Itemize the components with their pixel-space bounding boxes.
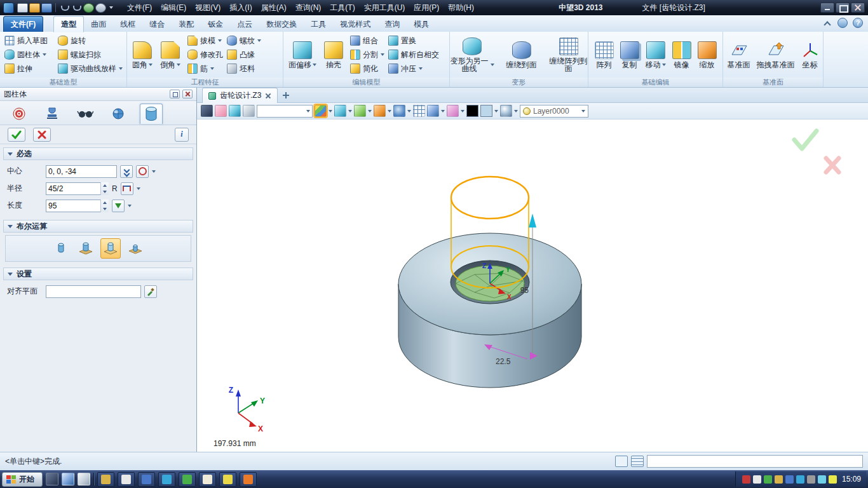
panel-close-icon[interactable] [182,90,193,98]
grid-toggle-icon[interactable] [413,105,425,117]
align-plane-input[interactable] [46,285,141,298]
redo-icon[interactable] [71,3,82,13]
taskbar-app-icon[interactable] [219,472,236,487]
expand-options-icon[interactable] [120,165,133,178]
command-input[interactable] [647,455,863,468]
dropdown-caret-icon[interactable] [257,39,261,42]
panel-dock-icon[interactable] [170,90,180,98]
taskbar-app-icon[interactable] [199,472,216,487]
ribbon-item-spiral-sweep[interactable]: 螺旋扫掠 [57,50,120,60]
table-view-icon[interactable] [615,456,628,467]
menu-help[interactable]: 帮助(H) [444,1,478,15]
ribbon-item-insert-sketch[interactable]: 插入草图 [3,36,57,46]
menu-tools[interactable]: 工具(T) [325,1,359,15]
section-required-header[interactable]: 必选 [3,147,193,160]
ribbon-item-replace[interactable]: 置换 [387,36,452,46]
cancel-x-icon[interactable] [826,158,839,172]
dropdown-caret-icon[interactable] [149,64,153,66]
help-icon[interactable]: ? [853,18,863,28]
taskbar-app-icon[interactable] [97,472,114,487]
command-combobox[interactable] [257,105,313,118]
dropdown-caret-icon[interactable] [368,110,372,112]
ribbon-item-datum-plane[interactable]: 基准面 [726,41,752,69]
render-mode-icon[interactable] [447,105,459,117]
tab-manager-view[interactable] [107,104,130,124]
boolean-remove-button[interactable] [100,238,121,259]
layer-combobox[interactable]: Layer0000 [520,105,588,118]
tab-manager-history[interactable] [41,104,64,124]
ribbon-item-simplify[interactable]: 简化 [349,64,387,74]
taskbar-clock[interactable]: 15:09 [842,475,861,484]
boolean-base-button[interactable] [51,238,71,259]
save-icon[interactable] [41,3,52,13]
tab-visualize[interactable]: 视觉样式 [333,17,377,32]
ribbon-item-stock[interactable]: 坯料 [226,64,275,74]
ribbon-item-scale[interactable]: 缩放 [696,41,719,69]
ribbon-item-pattern[interactable]: 阵列 [593,41,616,69]
ribbon-item-csys[interactable]: 坐标 [799,41,821,69]
file-menu-button[interactable]: 文件(F) [3,16,43,32]
dropdown-caret-icon[interactable] [381,53,384,56]
cancel-button[interactable] [33,128,51,142]
tab-heal[interactable]: 缝合 [142,17,172,32]
measure-icon[interactable] [427,105,439,117]
dropdown-caret-icon[interactable] [210,67,214,70]
boolean-add-button[interactable] [76,238,96,259]
direction-arrow-icon[interactable] [529,214,536,227]
tab-manager-wheel[interactable] [8,104,31,124]
curve-display-icon[interactable] [393,105,405,117]
minimize-button[interactable] [820,3,834,13]
dropdown-caret-icon[interactable] [177,64,180,66]
tray-icon[interactable] [753,475,761,484]
dropdown-caret-icon[interactable] [461,110,465,112]
center-input[interactable] [46,165,117,178]
ribbon-item-revolve[interactable]: 旋转 [57,36,120,46]
blank-entity-icon[interactable] [215,105,227,117]
ribbon-item-copy[interactable]: 复制 [618,41,641,69]
quick-launch-icon[interactable] [46,473,58,485]
dropdown-caret-icon[interactable] [306,110,310,112]
settings-icon[interactable] [95,3,106,13]
taskbar-app-icon[interactable] [179,472,196,487]
dropdown-caret-icon[interactable] [441,110,445,112]
quick-launch-icon[interactable] [78,473,90,485]
length-input[interactable] [46,200,107,212]
tab-sheetmetal[interactable]: 钣金 [201,17,230,32]
edge-color-swatch[interactable] [466,105,478,117]
viewport-canvas[interactable]: Y X Z 95 [197,119,868,452]
tray-icon[interactable] [742,475,750,484]
point-picker-icon[interactable] [136,165,149,178]
ribbon-item-lip[interactable]: 凸缘 [226,50,275,60]
tray-icon[interactable] [764,475,772,484]
dropdown-caret-icon[interactable] [329,110,332,112]
menu-edit[interactable]: 编辑(E) [156,1,191,15]
new-file-icon[interactable] [17,3,28,13]
tab-mold[interactable]: 模具 [407,17,436,32]
document-tab[interactable]: 齿轮设计.Z3 [202,88,278,103]
pick-filter-icon[interactable] [201,105,213,117]
new-tab-button[interactable] [281,91,290,100]
menu-inquire[interactable]: 查询(N) [291,1,326,15]
radius-input[interactable] [46,182,107,195]
regen-icon[interactable] [83,3,94,13]
expression-icon[interactable] [121,182,133,195]
dropdown-caret-icon[interactable] [491,64,494,66]
start-button[interactable]: 开始 [2,472,43,487]
menu-utilities[interactable]: 实用工具(U) [360,1,410,15]
viewport-3d[interactable]: Y X Z 95 [197,119,868,452]
ribbon-item-drag-datum-plane[interactable]: 拖拽基准面 [755,41,797,69]
menu-attributes[interactable]: 属性(A) [257,1,291,15]
tab-tools[interactable]: 工具 [304,17,333,32]
ribbon-item-cylinder[interactable]: 圆柱体 [3,50,57,60]
tray-icon[interactable] [818,475,826,484]
ribbon-item-modify-hole[interactable]: 修改孔 [186,50,226,60]
dropdown-caret-icon[interactable] [152,170,156,173]
section-boolean-header[interactable]: 布尔运算 [3,220,193,233]
taskbar-app-icon[interactable] [118,472,135,487]
skin-icon[interactable] [837,18,848,28]
ribbon-item-move[interactable]: 移动 [644,41,668,69]
tray-icon[interactable] [807,475,815,484]
menu-applications[interactable]: 应用(P) [409,1,444,15]
menu-insert[interactable]: 插入(I) [225,1,256,15]
close-tab-icon[interactable] [265,93,271,99]
